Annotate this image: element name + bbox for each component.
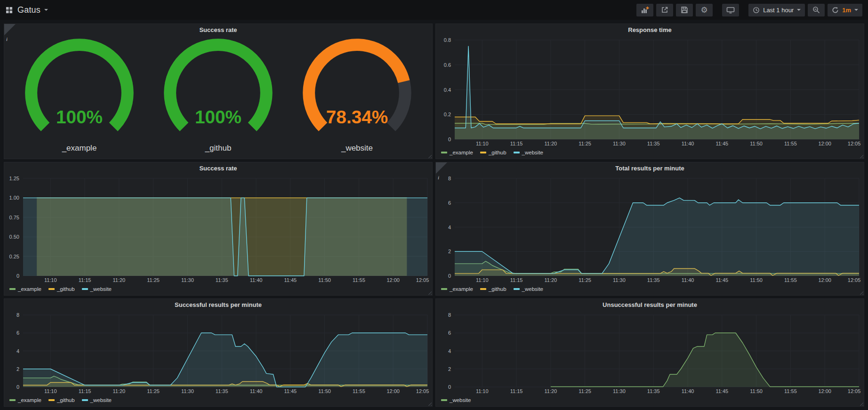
legend-label: _website [522,286,543,292]
dashboard-title-button[interactable]: Gatus [17,5,48,15]
panel-success-rate: Success rate00.250.500.751.001.2511:1011… [4,162,433,296]
y-axis-label: 2 [448,249,451,254]
panel-unsuccessful-results-per-minute: Unsuccessful results per minute0246811:1… [435,298,864,407]
legend-item-_website[interactable]: _website [514,286,543,292]
x-axis-label: 11:10 [44,388,57,394]
legend-item-_website[interactable]: _website [82,286,112,292]
page-title: Gatus [17,5,40,15]
chart-legend: _example_github_website [7,395,427,405]
gauge-arc: 78.34% [288,38,426,144]
chart-plot [455,40,859,139]
x-axis-label: 11:25 [147,277,160,283]
y-axis: 00.20.40.60.8 [439,40,455,139]
series-line-_website [455,46,859,129]
y-axis: 00.250.500.751.001.25 [7,178,23,276]
save-button[interactable] [676,4,693,16]
dashboard-grid-icon[interactable] [6,7,13,14]
panel-title[interactable]: Successful results per minute [4,299,432,310]
legend-item-_website[interactable]: _website [441,397,471,403]
panel-total-results-per-minute: iTotal results per minute0246811:1011:15… [435,162,864,296]
x-axis-label: 12:00 [818,277,831,283]
x-axis-label: 11:35 [647,277,660,283]
x-axis-label: 11:55 [784,141,797,146]
x-axis-label: 11:10 [476,277,489,283]
panel-info-icon[interactable]: i [436,162,447,174]
x-axis-label: 12:00 [386,388,400,394]
y-axis-label: 0 [448,384,451,390]
legend-swatch [48,399,55,401]
x-axis-label: 12:00 [818,388,831,394]
x-axis: 11:1011:1511:2011:2511:3011:3511:4011:45… [23,276,427,284]
y-axis-label: 0.2 [444,112,451,117]
share-button[interactable] [656,4,673,16]
zoom-out-button[interactable] [808,4,825,16]
legend-item-_website[interactable]: _website [514,150,543,155]
legend-swatch [441,288,447,290]
legend-item-_website[interactable]: _website [82,397,112,403]
y-axis-label: 0 [16,384,19,390]
refresh-icon [832,7,839,14]
legend-item-_example[interactable]: _example [9,286,41,292]
panel-title[interactable]: Response time [436,24,864,35]
y-axis-label: 4 [448,348,451,354]
legend-swatch [441,152,447,153]
legend-item-_github[interactable]: _github [48,286,75,292]
add-panel-button[interactable] [636,4,653,16]
tv-mode-button[interactable] [722,4,739,16]
x-axis-label: 11:50 [750,277,763,283]
panel-title[interactable]: Success rate [4,24,432,35]
y-axis-label: 8 [16,312,19,318]
panel-response-time: Response time00.20.40.60.811:1011:1511:2… [435,24,864,159]
x-axis-label: 11:55 [353,277,365,283]
x-axis-label: 12:05 [416,388,429,394]
settings-button[interactable]: ⚙ [696,4,713,16]
series-line-_github [455,116,859,124]
x-axis-label: 11:35 [647,388,660,394]
legend-item-_example[interactable]: _example [441,150,473,155]
refresh-button[interactable]: 1m [828,4,862,16]
chart-unsuccessful-results-per-minute: 0246811:1011:1511:2011:2511:3011:3511:40… [436,310,864,406]
chart-canvas [455,40,859,139]
series-fill-_website [23,198,427,276]
gauge-_example: 100%_example [10,38,149,158]
x-axis-label: 11:50 [750,388,763,394]
y-axis: 02468 [439,315,455,387]
legend-item-_example[interactable]: _example [9,397,41,403]
legend-item-_example[interactable]: _example [441,286,473,292]
y-axis-label: 0.75 [9,215,19,220]
x-axis-label: 11:10 [44,277,57,283]
legend-label: _example [18,286,41,292]
x-axis-label: 11:20 [113,388,125,394]
chart-total-results-per-minute: 0246811:1011:1511:2011:2511:3011:3511:40… [436,174,864,295]
x-axis-label: 11:15 [510,388,523,394]
panel-title[interactable]: Unsuccessful results per minute [436,299,864,310]
panel-title[interactable]: Success rate [4,162,432,174]
y-axis-label: 6 [16,330,19,336]
gauges-container: 100%_example100%_github78.34%_website [4,35,432,159]
x-axis-label: 12:05 [416,277,429,283]
time-range-label: Last 1 hour [763,7,794,14]
gauge-value: 100% [195,107,241,127]
legend-swatch [514,152,520,153]
legend-item-_github[interactable]: _github [480,286,506,292]
x-axis-label: 11:35 [216,388,228,394]
panel-title[interactable]: Total results per minute [436,162,864,174]
chart-canvas [23,178,427,276]
chart-legend: _example_github_website [439,284,859,294]
x-axis-label: 11:55 [784,388,797,394]
y-axis-label: 1.25 [9,176,19,181]
y-axis-label: 4 [448,225,451,230]
panel-info-icon[interactable]: i [4,24,16,35]
x-axis-label: 11:20 [544,141,557,146]
x-axis-label: 11:30 [613,277,626,283]
legend-label: _github [489,150,506,155]
gauge-arc: 100% [10,38,149,144]
time-range-button[interactable]: Last 1 hour [748,4,805,16]
y-axis-label: 6 [448,330,451,336]
chevron-down-icon [44,9,48,11]
legend-item-_github[interactable]: _github [480,150,506,155]
chart-legend: _example_github_website [439,147,859,157]
legend-item-_github[interactable]: _github [48,397,75,403]
y-axis-label: 0.8 [444,37,451,43]
gauge-label: _example [62,144,97,158]
